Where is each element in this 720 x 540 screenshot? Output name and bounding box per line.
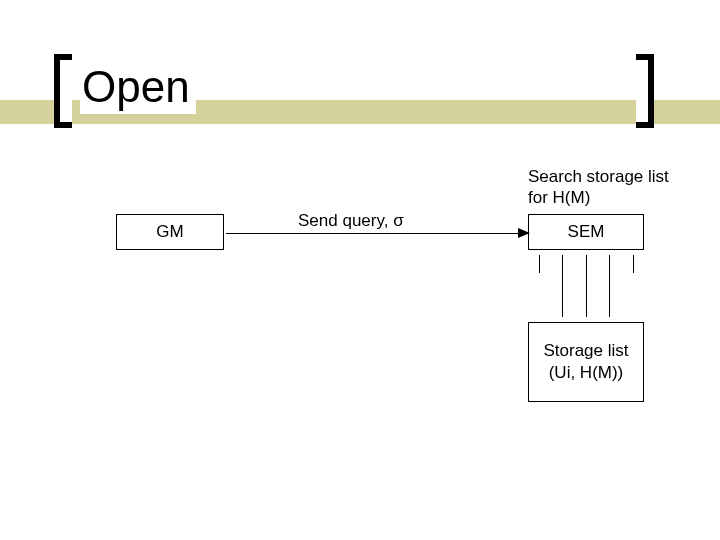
arrow-gm-to-sem — [226, 233, 522, 234]
arrow-head-gm-to-sem — [518, 228, 530, 238]
connector-v-1 — [539, 255, 540, 273]
slide-title: Open — [80, 62, 196, 114]
search-annotation-line2: for H(M) — [528, 187, 698, 208]
send-query-label: Send query, σ — [298, 210, 498, 231]
gm-box: GM — [116, 214, 224, 250]
title-bracket-right — [636, 54, 654, 128]
connector-v-3 — [586, 255, 587, 317]
storage-list-box: Storage list (Ui, H(M)) — [528, 322, 644, 402]
connector-v-4 — [609, 255, 610, 317]
sem-box: SEM — [528, 214, 644, 250]
gm-label: GM — [156, 221, 183, 243]
title-bracket-left — [54, 54, 72, 128]
connector-v-5 — [633, 255, 634, 273]
sem-label: SEM — [568, 221, 605, 243]
storage-label-line1: Storage list — [543, 340, 628, 362]
sem-to-storage-connectors — [539, 255, 633, 317]
search-annotation-line1: Search storage list — [528, 166, 698, 187]
search-annotation: Search storage list for H(M) — [528, 166, 698, 209]
storage-label-line2: (Ui, H(M)) — [543, 362, 628, 384]
connector-v-2 — [562, 255, 563, 317]
